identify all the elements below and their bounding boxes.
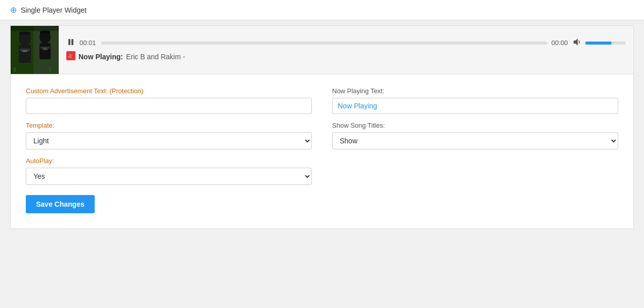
svg-rect-12 bbox=[19, 32, 30, 35]
svg-text:$: $ bbox=[13, 67, 16, 72]
svg-text:♫: ♫ bbox=[68, 53, 72, 59]
show-song-group: Show Song Titles: Show Hide bbox=[332, 122, 618, 149]
header-icon: ⊕ bbox=[10, 5, 17, 15]
custom-ad-group: Custom Advertisement Text: (Protection) bbox=[26, 87, 312, 114]
volume-icon bbox=[573, 38, 581, 48]
right-column: Now Playing Text: Show Song Titles: Show… bbox=[332, 87, 618, 185]
custom-ad-input[interactable] bbox=[26, 98, 312, 114]
now-playing-text-input[interactable] bbox=[332, 98, 618, 114]
template-label: Template: bbox=[26, 122, 312, 129]
autoplay-select[interactable]: Yes No bbox=[26, 168, 312, 185]
save-changes-button[interactable]: Save Changes bbox=[26, 195, 95, 213]
player-controls: 00:01 00:00 bbox=[59, 26, 633, 74]
transport-row: 00:01 00:00 bbox=[66, 37, 626, 48]
svg-marker-18 bbox=[574, 38, 578, 46]
pause-button[interactable] bbox=[66, 37, 75, 48]
time-current: 00:01 bbox=[79, 39, 97, 47]
svg-rect-13 bbox=[40, 31, 50, 33]
now-playing-text-label: Now Playing Text: bbox=[332, 87, 618, 95]
album-art-image: $ $ bbox=[11, 26, 59, 74]
template-select[interactable]: Light Dark Custom bbox=[26, 132, 312, 149]
svg-point-10 bbox=[43, 48, 48, 50]
custom-ad-label: Custom Advertisement Text: (Protection) bbox=[26, 87, 312, 95]
progress-bar-fill bbox=[101, 42, 110, 45]
show-song-select[interactable]: Show Hide bbox=[332, 132, 618, 149]
volume-bar[interactable] bbox=[585, 42, 626, 45]
form-section: Custom Advertisement Text: (Protection) … bbox=[11, 74, 633, 228]
form-grid: Custom Advertisement Text: (Protection) … bbox=[26, 87, 618, 185]
svg-rect-4 bbox=[19, 45, 31, 63]
now-playing-label: Now Playing: bbox=[78, 53, 123, 61]
left-column: Custom Advertisement Text: (Protection) … bbox=[26, 87, 312, 185]
show-song-label: Show Song Titles: bbox=[332, 122, 618, 129]
template-group: Template: Light Dark Custom bbox=[26, 122, 312, 149]
svg-text:$: $ bbox=[49, 67, 52, 72]
autoplay-label: AutoPlay: bbox=[26, 157, 312, 165]
page-wrapper: ⊕ Single Player Widget bbox=[0, 0, 644, 308]
svg-rect-16 bbox=[68, 39, 70, 45]
now-playing-row: ♫ Now Playing: Eric B and Rakim - bbox=[66, 51, 626, 62]
svg-point-9 bbox=[22, 50, 28, 52]
svg-rect-11 bbox=[11, 26, 59, 31]
music-icon: ♫ bbox=[66, 51, 75, 62]
now-playing-artist: Eric B and Rakim - bbox=[126, 53, 185, 61]
autoplay-group: AutoPlay: Yes No bbox=[26, 157, 312, 185]
header-bar: ⊕ Single Player Widget bbox=[0, 0, 644, 20]
player-section: $ $ 00:01 00: bbox=[11, 26, 633, 74]
main-content: $ $ 00:01 00: bbox=[10, 25, 634, 229]
time-total: 00:00 bbox=[551, 39, 569, 47]
svg-rect-17 bbox=[71, 39, 73, 45]
now-playing-text-group: Now Playing Text: bbox=[332, 87, 618, 114]
progress-bar[interactable] bbox=[101, 42, 547, 45]
volume-bar-fill bbox=[585, 42, 612, 45]
svg-rect-6 bbox=[39, 43, 51, 59]
album-art: $ $ bbox=[11, 26, 59, 74]
header-title: Single Player Widget bbox=[21, 6, 87, 14]
